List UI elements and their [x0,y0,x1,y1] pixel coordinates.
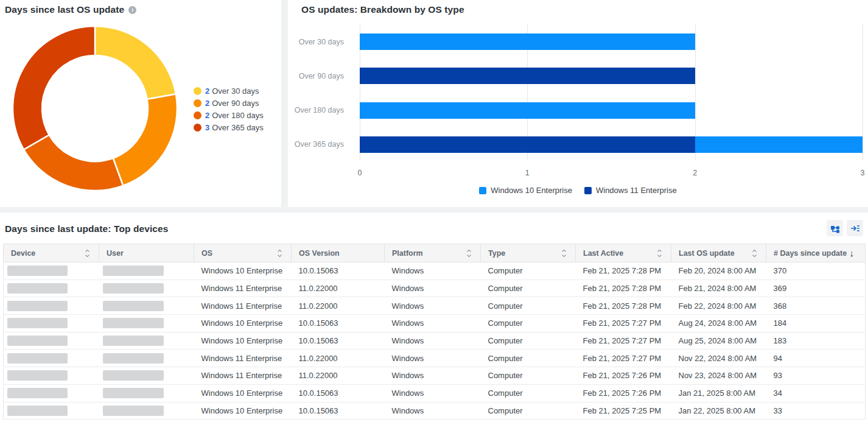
table-row[interactable]: Windows 10 Enterprise10.0.15063WindowsCo… [4,315,866,332]
column-label: Last OS update [679,249,735,258]
bar-category-label: Over 365 days [288,140,344,149]
legend-label: Over 365 days [212,123,264,132]
bar-category-label: Over 180 days [288,106,344,114]
column-label: Type [488,249,505,258]
column-header--days-since-update[interactable]: # Days since update↓ [766,244,866,262]
table-row[interactable]: Windows 10 Enterprise10.0.15063WindowsCo… [4,402,866,420]
bar-legend-label: Windows 10 Enterprise [491,186,572,195]
bar-chart-title: OS updates: Breakdown by OS type [301,4,464,15]
table-row[interactable]: Windows 11 Enterprise11.0.22000WindowsCo… [4,280,866,297]
schema-button[interactable] [827,220,843,236]
column-header-device[interactable]: Device [4,244,99,262]
column-header-user[interactable]: User [99,244,194,262]
column-header-platform[interactable]: Platform [385,244,481,262]
redacted-user [103,283,164,294]
legend-label: Over 30 days [212,86,259,96]
column-label: # Days since update [774,249,847,258]
donut-segment-over-365-days[interactable] [13,26,95,150]
table-row[interactable]: Windows 10 Enterprise10.0.15063WindowsCo… [4,262,866,280]
legend-item[interactable]: 3Over 365 days [194,121,264,133]
sort-chevrons-icon [752,249,758,258]
redacted-device [7,370,68,381]
legend-label: Over 180 days [212,111,264,120]
last-active-cell: Feb 21, 2025 7:26 PM [576,384,671,402]
column-header-last-os-update[interactable]: Last OS update [671,244,766,262]
donut-segment-over-90-days[interactable] [113,94,177,186]
column-header-os[interactable]: OS [194,244,292,262]
user-cell [99,315,194,332]
legend-value: 2 [205,86,209,96]
os-cell: Windows 10 Enterprise [194,402,292,420]
column-header-type[interactable]: Type [481,244,576,262]
os-version-cell: 11.0.22000 [292,297,385,315]
type-cell: Computer [481,297,576,315]
type-cell: Computer [481,262,576,280]
bar-segment[interactable] [360,68,695,84]
table-row[interactable]: Windows 10 Enterprise10.0.15063WindowsCo… [4,384,866,402]
last-os-update-cell: Jan 22, 2025 8:00 AM [671,402,766,420]
bar-segment[interactable] [360,102,695,119]
user-cell [99,280,194,297]
go-to-list-icon [850,223,860,233]
bar-segment[interactable] [360,33,695,50]
go-to-list-button[interactable] [847,220,863,236]
redacted-device [7,388,68,398]
type-cell: Computer [481,384,576,402]
charts-row: Days since last OS update i 2Over 30 day… [0,0,868,207]
sort-chevrons-icon [561,249,568,258]
column-header-os-version[interactable]: OS Version [292,244,385,262]
redacted-user [103,318,164,328]
bar-legend-item[interactable]: Windows 11 Enterprise [584,186,677,195]
user-cell [99,384,194,402]
donut-panel: Days since last OS update i 2Over 30 day… [0,0,281,207]
redacted-user [103,370,164,381]
days-since-update-cell: 33 [766,402,866,420]
user-cell [99,297,194,315]
column-header-last-active[interactable]: Last Active [576,244,671,262]
last-active-cell: Feb 21, 2025 7:28 PM [576,297,671,315]
top-devices-panel: Days since last update: Top devices Devi… [0,213,868,422]
bar-segment[interactable] [695,136,863,153]
donut-legend: 2Over 30 days2Over 90 days2Over 180 days… [194,85,264,133]
x-tick-label: 1 [525,169,530,177]
bar-segment[interactable] [360,136,695,153]
redacted-device [7,318,68,328]
donut-segment-over-180-days[interactable] [24,135,123,191]
os-cell: Windows 11 Enterprise [194,367,292,385]
days-since-update-cell: 94 [766,350,866,367]
donut-segment-over-30-days[interactable] [95,26,176,99]
last-os-update-cell: Feb 20, 2024 8:00 AM [671,262,766,280]
redacted-user [103,353,164,364]
days-since-update-cell: 93 [766,367,866,385]
last-os-update-cell: Feb 22, 2024 8:00 AM [671,297,766,315]
redacted-user [103,406,164,416]
table-row[interactable]: Windows 11 Enterprise11.0.22000WindowsCo… [4,367,866,385]
bar-plot-area [360,24,863,160]
legend-dot [194,124,201,132]
os-version-cell: 10.0.15063 [292,315,385,332]
table-row[interactable]: Windows 11 Enterprise11.0.22000WindowsCo… [4,297,866,315]
info-icon[interactable]: i [128,6,136,14]
redacted-device [7,283,68,294]
days-since-update-cell: 183 [766,332,866,350]
legend-item[interactable]: 2Over 30 days [194,85,264,97]
os-cell: Windows 11 Enterprise [194,280,292,297]
os-version-cell: 10.0.15063 [292,332,385,350]
os-version-cell: 10.0.15063 [292,384,385,402]
os-version-cell: 10.0.15063 [292,402,385,420]
platform-cell: Windows [385,315,481,332]
bar-legend-item[interactable]: Windows 10 Enterprise [479,186,572,195]
x-tick-label: 0 [358,169,362,177]
platform-cell: Windows [385,297,481,315]
table-row[interactable]: Windows 10 Enterprise10.0.15063WindowsCo… [4,332,866,350]
sort-chevrons-icon [85,249,91,258]
legend-dot [194,99,201,107]
legend-item[interactable]: 2Over 90 days [194,97,264,109]
table-row[interactable]: Windows 11 Enterprise11.0.22000WindowsCo… [4,350,866,367]
sort-chevrons-icon [277,249,284,258]
os-cell: Windows 10 Enterprise [194,332,292,350]
user-cell [99,332,194,350]
legend-item[interactable]: 2Over 180 days [194,109,264,121]
column-label: OS Version [299,249,340,258]
sort-chevrons-icon [466,249,473,258]
